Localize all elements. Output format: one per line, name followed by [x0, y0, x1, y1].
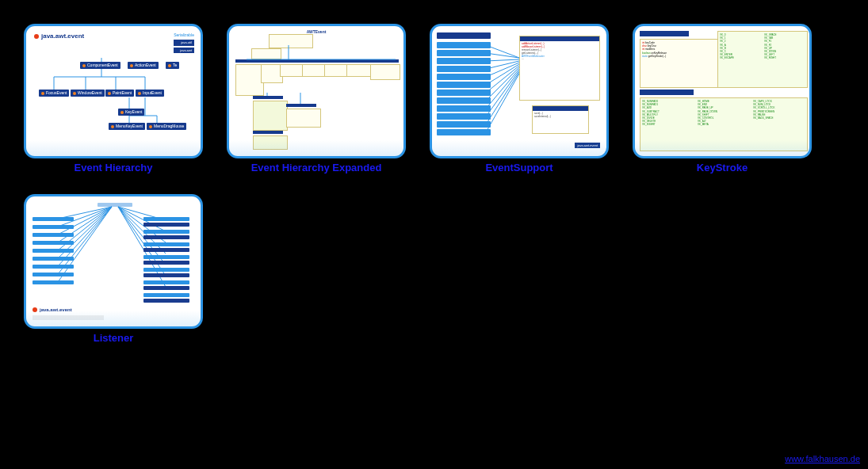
lbar: [143, 242, 189, 246]
heading-text: java.awt.event: [40, 307, 72, 312]
mini-card: [370, 64, 400, 80]
node-label: KeyEvent: [125, 110, 142, 114]
node-label: PaintEvent: [113, 91, 132, 95]
caption: Listener: [94, 332, 134, 344]
lbar: [33, 257, 74, 261]
svg-line-23: [486, 67, 519, 101]
lbar-adapter: [143, 223, 189, 227]
panel-constants-bottom: VK_NUMPAD0VK_NUMPAD1 VK_ADDVK_SUBTRACT V…: [640, 97, 808, 151]
panel-main: addActionListener(...) addMouseListener(…: [519, 36, 600, 101]
class-icon: [73, 92, 76, 95]
class-icon: [149, 125, 152, 128]
panel-head: [640, 31, 689, 36]
panel-head-2: [640, 90, 694, 95]
mini-card: [269, 34, 313, 48]
node-menukeyevent: MenuKeyEvent: [109, 123, 145, 130]
footer-link[interactable]: www.falkhausen.de: [785, 454, 860, 463]
lbar: [143, 280, 189, 284]
lbar-adapter: [143, 235, 189, 239]
panel-fields: int keyCode char keyChar int modifiers b…: [640, 39, 719, 88]
class-icon: [82, 64, 86, 67]
svg-line-18: [486, 59, 519, 61]
lbar-adapter: [143, 299, 189, 303]
bluebar: [437, 90, 491, 96]
tile-event-hierarchy[interactable]: java.awt.event Serializable java.util ja…: [24, 24, 203, 173]
class-icon: [41, 92, 44, 95]
heading-text: java.awt.event: [41, 32, 84, 40]
node-focusevent: FocusEvent: [39, 90, 69, 97]
mini-head: [253, 96, 283, 99]
node-label: WindowEvent: [78, 91, 102, 95]
pin-icon: [34, 34, 39, 39]
class-icon: [108, 92, 111, 95]
badge: java.awt.event: [575, 143, 600, 148]
bluebar: [437, 50, 491, 56]
lbar: [143, 230, 189, 234]
node-label: MenuKeyEvent: [116, 124, 143, 128]
svg-line-17: [486, 53, 519, 58]
node-actionevent: ActionEvent: [128, 62, 159, 69]
svg-line-22: [486, 66, 519, 93]
svg-line-27: [486, 74, 519, 132]
lbar: [33, 280, 74, 284]
tile-eventsupport[interactable]: addActionListener(...) addMouseListener(…: [430, 24, 609, 173]
caption: Event Hierarchy: [75, 162, 153, 173]
lbar: [33, 225, 74, 229]
lbar: [143, 268, 189, 272]
bluebar: [437, 105, 491, 112]
class-icon: [130, 64, 133, 67]
tile-listener[interactable]: java.awt.event Listener: [24, 194, 203, 344]
mini-head-row: [235, 59, 399, 63]
lbar: [143, 255, 189, 259]
panel-constants-top: VK_0VK_1VK_2 VK_AVK_BVK_C VK_ENTERVK_ESC…: [717, 31, 808, 88]
node-label: ComponentEvent: [87, 63, 118, 67]
lbar: [33, 233, 74, 237]
tile-event-hierarchy-expanded[interactable]: AWTEvent: [227, 24, 406, 173]
node-label: InputEvent: [143, 91, 162, 95]
package-heading: java.awt.event: [34, 32, 84, 40]
lbar-adapter: [143, 248, 189, 252]
bluebar: [437, 113, 491, 120]
svg-line-21: [486, 64, 519, 85]
thumb-event-hierarchy-expanded: AWTEvent: [227, 24, 406, 158]
node-componentevent: ComponentEvent: [80, 62, 120, 69]
mini-card: [253, 135, 288, 150]
pin-icon: [33, 307, 37, 312]
caption: Event Hierarchy Expanded: [251, 162, 382, 173]
svg-line-26: [486, 72, 519, 124]
node-te: Te: [166, 62, 179, 69]
node-label: FocusEvent: [46, 91, 67, 95]
node-menudragmouse: MenuDragMouse: [147, 123, 186, 130]
bluebar: [437, 129, 491, 135]
bluebar: [437, 74, 491, 80]
lbar: [98, 203, 132, 207]
node-keyevent: KeyEvent: [118, 109, 144, 116]
svg-line-20: [486, 63, 519, 77]
mini-card: [286, 109, 321, 128]
panel-secondary: save(...) saveInternal(...): [532, 105, 589, 134]
node-label: Te: [173, 63, 177, 67]
bluebar: [437, 32, 491, 39]
mini-card: [235, 64, 264, 96]
lbar: [33, 249, 74, 253]
svg-line-16: [486, 45, 519, 58]
lbar: [33, 273, 74, 276]
node-windowevent: WindowEvent: [71, 90, 105, 97]
class-icon: [138, 92, 141, 95]
legend-box-1: java.util: [174, 40, 194, 46]
mini-card: [251, 48, 281, 59]
node-inputevent: InputEvent: [136, 90, 164, 97]
thumb-keystroke: int keyCode char keyChar int modifiers b…: [633, 24, 812, 158]
thumbnail-grid: java.awt.event Serializable java.util ja…: [0, 0, 868, 344]
mini-card: [346, 64, 373, 77]
thumb-event-hierarchy: java.awt.event Serializable java.util ja…: [24, 24, 203, 158]
svg-line-24: [486, 69, 519, 109]
lbar: [143, 217, 189, 221]
lbar: [33, 265, 74, 269]
mini-card: [253, 101, 288, 131]
svg-line-25: [486, 71, 519, 116]
bluebar: [437, 82, 491, 88]
lbar-adapter: [143, 273, 189, 277]
tile-keystroke[interactable]: int keyCode char keyChar int modifiers b…: [633, 24, 812, 173]
node-paintevent: PaintEvent: [105, 90, 134, 97]
